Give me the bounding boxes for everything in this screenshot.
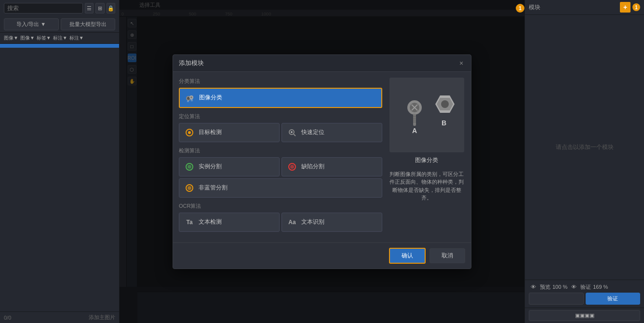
right-panel-controls: 👁 预览 100 % 👁 验证 169 % bbox=[529, 283, 640, 291]
dialog-overlay: 添加模块 × 分类算法 bbox=[120, 0, 524, 323]
add-module-btn[interactable]: + bbox=[620, 2, 631, 13]
zoom-value-1: 100 % bbox=[552, 284, 567, 290]
right-panel-footer: ▣▣▣▣ bbox=[525, 308, 644, 323]
algo-text-detection-label: 文本检测 bbox=[199, 218, 222, 226]
algo-text-recognition[interactable]: Aa 文本识别 bbox=[282, 213, 382, 232]
zoom-percent-1: 预览 bbox=[540, 283, 550, 291]
zoom-value-2: 169 % bbox=[593, 284, 608, 290]
preview-icon[interactable]: 👁 bbox=[529, 283, 538, 291]
algo-instance-segmentation[interactable]: 实例分割 bbox=[179, 157, 280, 176]
badge-1-container: 1 bbox=[516, 4, 524, 13]
label-dropdown-btn[interactable]: 标签▼ bbox=[37, 35, 51, 41]
svg-point-29 bbox=[441, 100, 449, 108]
badge-1: 1 bbox=[516, 4, 524, 13]
right-panel-action-row: 验证 bbox=[529, 293, 640, 305]
sidebar-search-bar: ☰ ⊞ 🔒 bbox=[0, 0, 119, 16]
svg-point-16 bbox=[188, 186, 191, 190]
image-dropdown-btn[interactable]: 图像▼ bbox=[4, 35, 18, 41]
validate-icon[interactable]: 👁 bbox=[569, 283, 578, 291]
localization-row: 目标检测 快速定位 bbox=[179, 123, 382, 142]
preview-title: 图像分类 bbox=[415, 156, 438, 164]
classification-algo-grid: A B 图像分类 bbox=[179, 88, 382, 108]
dialog-preview-panel: A B 图像分类 判断图像所属的类别，可区分工 bbox=[388, 78, 465, 237]
ocr-row: Ta 文本检测 Aa 文本识别 bbox=[179, 213, 382, 232]
right-panel-canvas-area: 请点击以添加一个模块 bbox=[525, 15, 644, 280]
dialog-title: 添加模块 bbox=[179, 59, 204, 67]
algo-edge-segmentation[interactable]: 缺陷分割 bbox=[282, 157, 382, 176]
right-panel-bottom: 👁 预览 100 % 👁 验证 169 % 验证 bbox=[525, 280, 644, 308]
section-classification-label: 分类算法 bbox=[179, 78, 382, 85]
algo-text-detection[interactable]: Ta 文本检测 bbox=[179, 213, 280, 232]
svg-line-9 bbox=[294, 134, 295, 136]
detection-algo-grid: 实例分割 缺陷分割 bbox=[179, 157, 382, 198]
right-panel-title: 模块 bbox=[529, 3, 540, 12]
add-module-hint: 请点击以添加一个模块 bbox=[556, 143, 614, 151]
svg-point-7 bbox=[188, 131, 191, 134]
algo-instance-seg-label: 实例分割 bbox=[199, 162, 222, 171]
svg-text:A: A bbox=[187, 100, 189, 103]
dialog-algorithm-list: 分类算法 A B bbox=[179, 78, 382, 237]
svg-point-12 bbox=[188, 165, 191, 169]
dialog-cancel-btn[interactable]: 取消 bbox=[429, 248, 465, 263]
import-export-btn[interactable]: 导入/导出 ▼ bbox=[4, 18, 59, 30]
detection-row-1: 实例分割 缺陷分割 bbox=[179, 157, 382, 176]
import-bar: 导入/导出 ▼ 批量大模型导出 bbox=[0, 16, 119, 32]
sidebar-item-count: 0/0 bbox=[4, 315, 11, 321]
dialog-title-bar: 添加模块 × bbox=[173, 55, 471, 72]
algo-fast-localization[interactable]: 快速定位 bbox=[282, 123, 382, 142]
dialog-body: 分类算法 A B bbox=[173, 72, 471, 242]
algo-fast-localization-label: 快速定位 bbox=[301, 128, 324, 136]
preview-description: 判断图像所属的类别，可区分工件正反面向、物体的种种类，判断物体是否缺失，排列是否… bbox=[388, 170, 465, 202]
svg-text:B: B bbox=[191, 99, 193, 102]
preview-box: A B bbox=[389, 78, 464, 152]
search-input[interactable] bbox=[4, 3, 83, 13]
algo-target-detection[interactable]: 目标检测 bbox=[179, 123, 280, 142]
algo-image-classification[interactable]: A B 图像分类 bbox=[179, 88, 382, 108]
detection-row-2: 非蓝管分割 bbox=[179, 178, 382, 198]
algo-non-defect-segmentation[interactable]: 非蓝管分割 bbox=[179, 178, 382, 198]
algo-target-detection-label: 目标检测 bbox=[199, 128, 222, 136]
sidebar-toolbar: 图像▼ 图像▼ 标签▼ 标注▼ 标注▼ bbox=[0, 32, 119, 44]
batch-export-btn[interactable]: 批量大模型导出 bbox=[61, 18, 116, 30]
ocr-algo-grid: Ta 文本检测 Aa 文本识别 bbox=[179, 213, 382, 232]
sidebar-main bbox=[0, 44, 119, 311]
rp-confirm-btn[interactable]: 验证 bbox=[586, 293, 641, 305]
sidebar-footer: 0/0 添加主图片 bbox=[0, 311, 119, 323]
section-localization-label: 定位算法 bbox=[179, 113, 382, 120]
section-detection-label: 检测算法 bbox=[179, 147, 382, 154]
grid-icon-btn[interactable]: ⊞ bbox=[95, 3, 104, 13]
sidebar: ☰ ⊞ 🔒 导入/导出 ▼ 批量大模型导出 图像▼ 图像▼ 标签▼ 标注▼ 标注… bbox=[0, 0, 120, 323]
edge-seg-icon bbox=[287, 162, 297, 172]
svg-text:A: A bbox=[412, 127, 417, 135]
svg-point-10 bbox=[291, 131, 293, 133]
sidebar-add-image[interactable]: 添加主图片 bbox=[89, 314, 115, 321]
algo-image-classification-label: 图像分类 bbox=[199, 94, 222, 102]
dialog-confirm-btn[interactable]: 确认 bbox=[389, 248, 426, 264]
module-badge: 1 bbox=[632, 3, 640, 11]
algo-text-recognition-label: 文本识别 bbox=[301, 218, 324, 226]
text-detect-icon: Ta bbox=[184, 217, 195, 228]
svg-point-14 bbox=[290, 165, 294, 169]
dialog-close-btn[interactable]: × bbox=[457, 59, 465, 67]
instance-seg-icon bbox=[184, 162, 195, 172]
right-panel-grid-btn[interactable]: ▣▣▣▣ bbox=[529, 310, 640, 321]
svg-point-3 bbox=[190, 96, 192, 98]
annotation2-dropdown-btn[interactable]: 标注▼ bbox=[69, 35, 84, 41]
image2-dropdown-btn[interactable]: 图像▼ bbox=[20, 35, 35, 41]
dialog-footer: 确认 取消 bbox=[173, 242, 471, 269]
annotation-dropdown-btn[interactable]: 标注▼ bbox=[53, 35, 67, 41]
image-classification-icon: A B bbox=[185, 93, 195, 103]
classification-row: A B 图像分类 bbox=[179, 88, 382, 108]
svg-text:B: B bbox=[442, 119, 446, 127]
non-defect-seg-icon bbox=[184, 183, 195, 193]
add-module-dialog: 添加模块 × 分类算法 bbox=[173, 54, 471, 269]
localization-algo-grid: 目标检测 快速定位 bbox=[179, 123, 382, 142]
list-icon-btn[interactable]: ☰ bbox=[85, 3, 94, 13]
lock-icon-btn[interactable]: 🔒 bbox=[107, 3, 115, 13]
section-ocr-label: OCR算法 bbox=[179, 202, 382, 210]
right-panel: 模块 + 1 请点击以添加一个模块 👁 预览 100 % 👁 验证 169 % … bbox=[524, 0, 644, 323]
rp-empty-btn[interactable] bbox=[529, 293, 584, 305]
text-recog-icon: Aa bbox=[287, 217, 297, 228]
sidebar-selected-item[interactable] bbox=[0, 44, 119, 48]
preview-illustration: A B bbox=[395, 91, 458, 139]
